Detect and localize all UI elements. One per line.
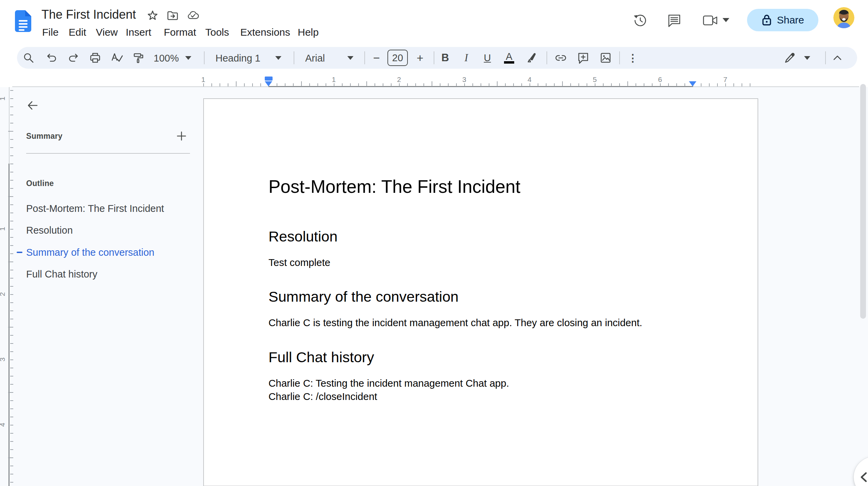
- underline-button[interactable]: U: [481, 52, 493, 64]
- active-outline-dash: [17, 252, 22, 253]
- paint-format-icon[interactable]: [133, 52, 145, 64]
- spellcheck-icon[interactable]: [111, 52, 123, 64]
- doc-paragraph[interactable]: Test complete: [268, 256, 694, 269]
- show-side-panel-button[interactable]: [854, 457, 868, 486]
- bold-button[interactable]: B: [439, 52, 451, 64]
- menu-extensions[interactable]: Extensions: [237, 25, 294, 39]
- search-menus-icon[interactable]: [22, 52, 35, 64]
- right-indent-marker[interactable]: [689, 81, 696, 86]
- account-avatar[interactable]: [833, 7, 854, 28]
- insert-image-icon[interactable]: [600, 52, 612, 64]
- v-ruler-number: 1: [0, 227, 6, 231]
- zoom-select[interactable]: 100%: [154, 53, 179, 64]
- print-icon[interactable]: [89, 52, 101, 64]
- highlight-color-icon[interactable]: [525, 52, 538, 64]
- first-line-indent-marker[interactable]: [265, 77, 273, 81]
- menu-format[interactable]: Format: [160, 25, 199, 39]
- italic-button[interactable]: I: [460, 52, 472, 64]
- outline-item[interactable]: Summary of the conversation: [26, 245, 154, 259]
- comments-icon[interactable]: [665, 12, 683, 29]
- h-ruler-number: 2: [397, 76, 401, 84]
- doc-title-heading[interactable]: Post-Mortem: The First Incident: [268, 176, 694, 197]
- h-ruler-number: 4: [527, 76, 532, 84]
- doc-section-heading[interactable]: Full Chat history: [268, 349, 694, 366]
- doc-paragraph[interactable]: Charlie C: /closeIncident: [268, 390, 694, 403]
- h-ruler-number: 1: [201, 76, 205, 84]
- undo-icon[interactable]: [46, 52, 58, 64]
- editing-mode-dropdown-icon[interactable]: [804, 56, 810, 60]
- h-ruler-number: 6: [658, 76, 662, 84]
- h-ruler-number: 5: [593, 76, 597, 84]
- sidebar-divider: [26, 153, 190, 154]
- share-button[interactable]: Share: [747, 9, 818, 31]
- h-ruler-number: 3: [462, 76, 466, 84]
- vertical-scrollbar-thumb[interactable]: [860, 84, 866, 319]
- v-ruler-number: 2: [0, 292, 6, 296]
- zoom-dropdown-icon[interactable]: [185, 56, 191, 60]
- outline-item[interactable]: Post-Mortem: The First Incident: [26, 201, 164, 216]
- add-summary-icon[interactable]: [175, 129, 188, 143]
- version-history-icon[interactable]: [631, 12, 649, 29]
- outline-item[interactable]: Resolution: [26, 223, 73, 237]
- menu-tools[interactable]: Tools: [202, 25, 232, 39]
- font-size-input[interactable]: 20: [387, 50, 408, 66]
- editing-mode-pencil-icon[interactable]: [784, 52, 796, 64]
- current-text-color-swatch: [504, 61, 514, 64]
- v-ruler-number: 3: [0, 357, 6, 362]
- font-family-select[interactable]: Arial: [305, 53, 325, 64]
- video-call-icon[interactable]: [701, 12, 720, 29]
- chevron-left-icon: [859, 471, 868, 483]
- video-call-dropdown-icon[interactable]: [723, 18, 729, 22]
- close-outline-back-arrow-icon[interactable]: [25, 98, 40, 113]
- menu-file[interactable]: File: [39, 25, 62, 39]
- more-toolbar-options-icon[interactable]: ⋮: [627, 52, 639, 64]
- style-dropdown-icon[interactable]: [275, 56, 281, 60]
- paragraph-style-select[interactable]: Heading 1: [215, 53, 260, 64]
- add-comment-icon[interactable]: [577, 52, 589, 64]
- v-ruler-number: 1: [0, 97, 6, 101]
- text-color-button[interactable]: A: [503, 52, 515, 64]
- menubar: FileEditViewInsertFormatToolsExtensionsH…: [0, 0, 374, 41]
- h-ruler-number: 7: [723, 76, 727, 84]
- hide-menus-chevron-icon[interactable]: [831, 52, 844, 64]
- decrease-font-size-button[interactable]: −: [370, 52, 383, 64]
- doc-paragraph[interactable]: Charlie C is testing the incident manage…: [268, 316, 694, 329]
- font-dropdown-icon[interactable]: [347, 56, 353, 60]
- insert-link-icon[interactable]: [555, 52, 567, 64]
- outline-section-label: Outline: [26, 179, 54, 188]
- h-ruler-number: 1: [332, 76, 336, 84]
- v-ruler-number: 4: [0, 423, 6, 427]
- summary-section-label: Summary: [26, 132, 63, 141]
- doc-section-heading[interactable]: Summary of the conversation: [268, 288, 694, 305]
- horizontal-ruler: 11234567: [0, 72, 868, 87]
- menu-view[interactable]: View: [92, 25, 121, 39]
- document-canvas: 11234 Summary Outline Post-Mortem: The F…: [0, 87, 868, 486]
- outline-item[interactable]: Full Chat history: [26, 267, 98, 281]
- lock-icon: [761, 14, 772, 26]
- redo-icon[interactable]: [67, 52, 80, 64]
- menu-edit[interactable]: Edit: [65, 25, 90, 39]
- menu-insert[interactable]: Insert: [122, 25, 155, 39]
- left-indent-marker[interactable]: [265, 81, 272, 86]
- document-page[interactable]: Post-Mortem: The First IncidentResolutio…: [203, 98, 758, 486]
- doc-paragraph[interactable]: Charlie C: Testing the incident manageme…: [268, 376, 694, 390]
- share-button-label: Share: [777, 14, 804, 26]
- menu-help[interactable]: Help: [294, 25, 322, 39]
- doc-section-heading[interactable]: Resolution: [268, 228, 694, 245]
- increase-font-size-button[interactable]: +: [414, 52, 426, 64]
